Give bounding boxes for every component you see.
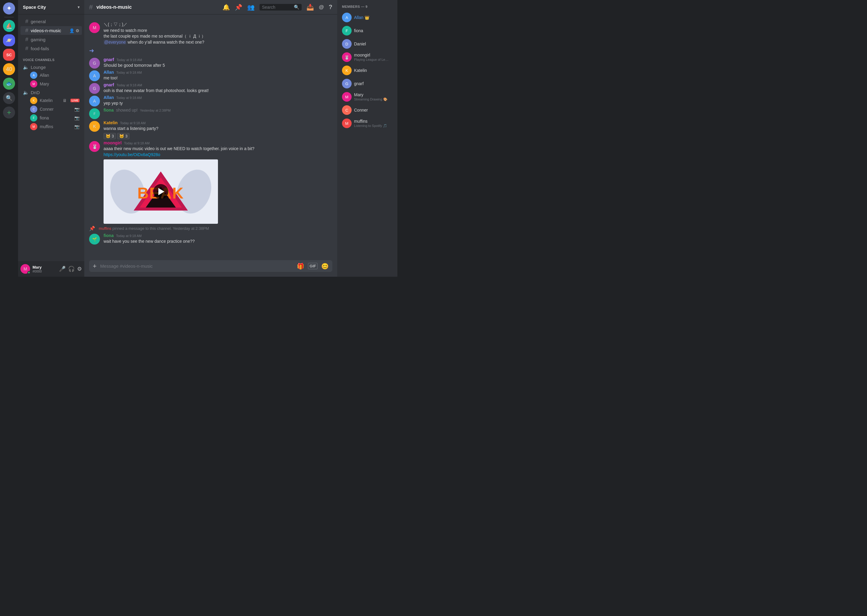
author-katelin[interactable]: Katelin	[104, 120, 118, 125]
screen-share-icon-katelin: 🖥	[63, 98, 67, 103]
message-content-gnarf-1: gnarf Today at 9:18 AM Should be good to…	[104, 57, 333, 69]
input-icons: 🎁 GIF 😊	[297, 262, 329, 270]
voice-member-katelin[interactable]: K Katelin 🖥 LIVE	[20, 96, 82, 105]
server-name-label: Space City	[23, 5, 46, 9]
reaction-cat-2[interactable]: 🐱 3	[117, 133, 129, 139]
voice-channels-label: VOICE CHANNELS	[23, 58, 55, 62]
server-name-header[interactable]: Space City ▾	[18, 0, 84, 14]
avatar-gnarf-2: G	[89, 83, 100, 94]
member-item-muffins[interactable]: M muffins Listening to Spotify 🎵	[340, 117, 395, 130]
message-text-gnarf-2: ooh is that new avatar from that photosh…	[104, 88, 333, 94]
author-fiona-showed[interactable]: fiona	[104, 108, 113, 113]
message-input-field[interactable]	[100, 260, 293, 272]
member-avatar-katelin: K	[342, 66, 352, 75]
author-allan-1[interactable]: Allan	[104, 70, 114, 75]
discord-home-icon[interactable]: ✦	[3, 2, 15, 14]
current-user-name: Mary	[33, 265, 57, 269]
system-message-text: muffins pinned a message to this channel…	[99, 226, 209, 231]
server-icon-active[interactable]: SC	[3, 49, 15, 61]
channel-item-videos-n-music[interactable]: # videos-n-music 👤 ⚙	[20, 26, 82, 35]
channel-header: # videos-n-music 🔔 📌 👥 🔍 📥 @ ?	[84, 0, 337, 14]
current-user-avatar[interactable]: M	[20, 264, 30, 274]
video-play-button[interactable]	[153, 184, 168, 199]
search-input[interactable]	[262, 5, 292, 9]
member-item-daniel[interactable]: D Daniel	[340, 37, 395, 50]
search-icon[interactable]: 🔍	[294, 5, 300, 10]
member-item-conner[interactable]: C Conner	[340, 104, 395, 117]
server-icon-fish[interactable]: 🐟	[3, 78, 15, 90]
voice-channel-lounge[interactable]: 🔈 Lounge	[20, 63, 82, 71]
channels-list: # general # videos-n-music 👤 ⚙ # gaming …	[18, 14, 84, 261]
help-icon[interactable]: ?	[329, 4, 333, 11]
reaction-cat-1[interactable]: 🐱 3	[104, 133, 116, 139]
header-icons: 🔔 📌 👥 🔍 📥 @ ?	[222, 4, 333, 11]
avatar-gnarf-1: G	[89, 58, 100, 69]
user-bar-actions: 🎤 🎧 ⚙	[59, 266, 82, 272]
mini-avatar-mary: M	[30, 80, 37, 88]
message-content-fiona-showed: fiona showed up! Yesterday at 2:38PM	[104, 108, 333, 119]
voice-member-fiona[interactable]: F fiona 📷	[20, 114, 82, 122]
gift-icon[interactable]: 🎁	[297, 262, 304, 270]
author-fiona-final[interactable]: fiona	[104, 233, 113, 238]
channel-item-general[interactable]: # general	[20, 17, 82, 26]
voice-member-conner[interactable]: C Conner 📷	[20, 105, 82, 113]
server-icon-boat[interactable]: ⛵	[3, 20, 15, 32]
server-icon-40[interactable]: 40	[3, 63, 15, 75]
member-item-moongirl[interactable]: 🐰 moongirl Playing League of Legends 🎮	[340, 50, 395, 64]
voice-member-mary[interactable]: M Mary	[20, 80, 82, 88]
message-text-mary-line2: we need to watch more	[104, 28, 333, 34]
video-thumbnail-beak[interactable]: BEAK	[104, 159, 218, 224]
author-gnarf-2[interactable]: gnarf	[104, 82, 114, 87]
message-allan-1: A Allan Today at 9:18 AM me too!	[84, 69, 337, 82]
youtube-link[interactable]: https://youtu.be/OiDx6aQ928o	[104, 152, 160, 157]
video-embed-beak[interactable]: BEAK	[104, 159, 218, 224]
message-text-mary-mention: @everyone when do y'all wanna watch the …	[104, 39, 333, 46]
author-moongirl[interactable]: moongirl	[104, 140, 121, 145]
crown-icon-allan: 👑	[364, 15, 369, 20]
member-info-allan: Allan 👑	[354, 15, 393, 20]
channel-item-gaming[interactable]: # gaming	[20, 35, 82, 44]
voice-member-allan[interactable]: A Allan	[20, 71, 82, 79]
member-item-katelin[interactable]: K Katelin	[340, 64, 395, 77]
inbox-icon[interactable]: 📥	[306, 4, 314, 11]
scroll-to-present-arrow[interactable]: ➜	[84, 46, 337, 55]
channel-hash-gaming: #	[25, 36, 28, 43]
at-icon[interactable]: @	[319, 4, 324, 10]
server-icon-planet[interactable]: 🪐	[3, 34, 15, 46]
gif-button[interactable]: GIF	[308, 263, 318, 269]
voice-channel-dnd[interactable]: 🔈 DnD	[20, 88, 82, 96]
pin-icon[interactable]: 📌	[235, 4, 242, 11]
add-attachment-button[interactable]: +	[93, 262, 97, 270]
member-status-muffins: Listening to Spotify 🎵	[354, 124, 390, 128]
sidebar: Space City ▾ # general # videos-n-music …	[18, 0, 84, 277]
mini-avatar-fiona: F	[30, 114, 37, 121]
server-icon-add[interactable]: +	[3, 107, 15, 118]
author-gnarf-1[interactable]: gnarf	[104, 57, 114, 62]
channel-settings-icon[interactable]: ⚙	[76, 28, 79, 33]
user-settings-icon[interactable]: ⚙	[77, 266, 82, 272]
member-item-gnarf[interactable]: G gnarf	[340, 77, 395, 90]
timestamp-moongirl: Today at 9:18 AM	[124, 141, 150, 145]
member-item-mary[interactable]: M Mary Streaming Drawing 🎨	[340, 90, 395, 104]
member-name-muffins: muffins	[354, 119, 367, 124]
channel-name-videos: videos-n-music	[31, 28, 61, 33]
author-allan-2[interactable]: Allan	[104, 95, 114, 100]
message-header-allan-2: Allan Today at 9:18 AM	[104, 95, 333, 100]
notification-bell-icon[interactable]: 🔔	[222, 4, 230, 11]
member-item-fiona[interactable]: F fiona	[340, 24, 395, 37]
member-name-conner: Conner	[354, 108, 368, 113]
voice-channels-header[interactable]: VOICE CHANNELS	[18, 53, 84, 63]
deafen-icon[interactable]: 🎧	[68, 266, 75, 272]
message-content-allan-2: Allan Today at 9:18 AM yep yep ty	[104, 95, 333, 107]
channel-item-food-fails[interactable]: # food-fails	[20, 44, 82, 53]
mute-icon[interactable]: 🎤	[59, 266, 66, 272]
members-list-icon[interactable]: 👥	[247, 4, 255, 11]
invite-members-icon[interactable]: 👤	[69, 28, 74, 33]
system-pinner-name[interactable]: muffins	[99, 226, 111, 231]
everyone-mention[interactable]: @everyone	[104, 40, 126, 44]
member-avatar-muffins: M	[342, 118, 352, 128]
voice-member-muffins[interactable]: M muffins 📷	[20, 123, 82, 131]
emoji-icon[interactable]: 😊	[321, 262, 329, 270]
member-item-allan[interactable]: A Allan 👑	[340, 11, 395, 24]
server-icon-search[interactable]: 🔍	[3, 92, 15, 104]
